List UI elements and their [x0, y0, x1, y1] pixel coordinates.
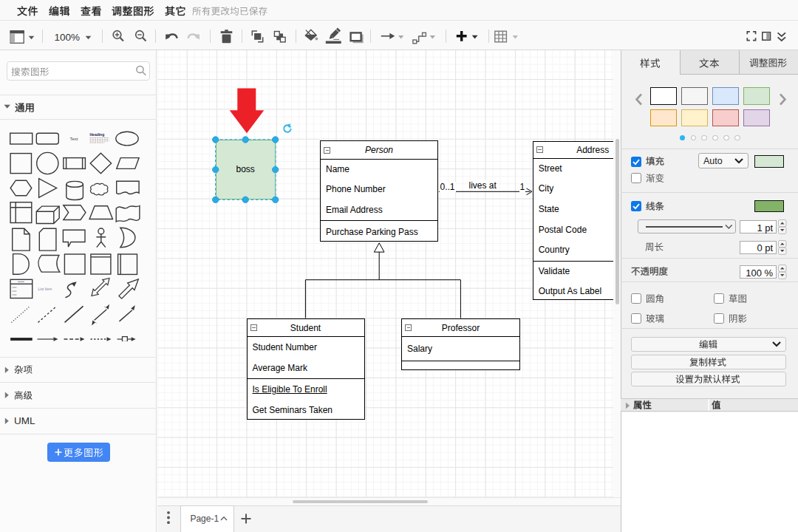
svg-text:Text: Text: [69, 137, 78, 141]
svg-text:Heading: Heading: [90, 132, 105, 137]
svg-text:List Item: List Item: [38, 287, 52, 291]
